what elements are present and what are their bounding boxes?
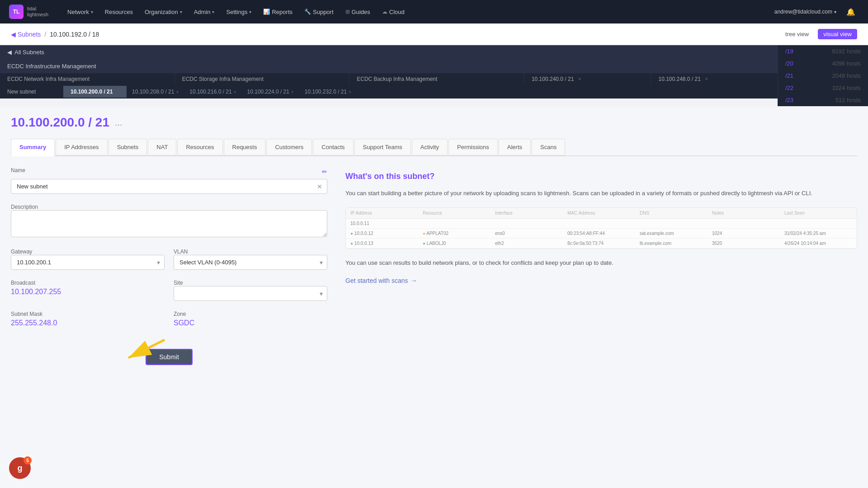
name-label: Name <box>11 167 25 174</box>
submit-button[interactable]: Submit <box>146 349 193 365</box>
tab-nat[interactable]: NAT <box>148 139 176 155</box>
tab-scans[interactable]: Scans <box>532 139 565 155</box>
tree-item-highlighted[interactable]: 10.100.200.0 / 21 <box>63 86 127 98</box>
tab-resources[interactable]: Resources <box>177 139 222 155</box>
broadcast-value: 10.100.207.255 <box>11 286 165 298</box>
tab-alerts[interactable]: Alerts <box>499 139 531 155</box>
user-avatar[interactable]: g 5 <box>9 457 31 479</box>
sidebar-item[interactable]: /198192 hosts <box>778 45 868 57</box>
tree-cell-backup[interactable]: ECDC Backup Infra Management <box>349 73 524 85</box>
gateway-field-group: Gateway 10.100.200.1 ▾ <box>11 248 165 270</box>
logo-text: tidal lightmesh <box>27 6 48 18</box>
name-field-header: Name ✏ <box>11 167 327 176</box>
user-menu[interactable]: andrew@tidalcloud.com ▾ <box>770 6 841 18</box>
notifications-bell[interactable]: 🔔 <box>843 5 859 19</box>
tree-item-new-subnet[interactable]: New subnet <box>0 86 63 98</box>
nav-resources[interactable]: Resources <box>99 6 138 18</box>
subnet-mask-field-group: Subnet Mask 255.255.248.0 <box>11 310 165 329</box>
logo[interactable]: TL tidal lightmesh <box>9 5 48 19</box>
tree-item-224[interactable]: 10.100.224.0 / 21 + <box>242 86 299 98</box>
zone-field-group: Zone SGDC <box>174 310 327 329</box>
tab-permissions[interactable]: Permissions <box>448 139 498 155</box>
tree-item-208[interactable]: 10.100.208.0 / 21 + <box>127 86 184 98</box>
tree-item-232[interactable]: 10.100.232.0 / 21 + <box>299 86 357 98</box>
top-navigation: TL tidal lightmesh Network ▾ Resources O… <box>0 0 868 23</box>
plus-icon: + <box>176 89 179 94</box>
plus-icon: + <box>705 76 708 82</box>
nav-reports[interactable]: 📊 Reports <box>258 6 298 18</box>
tree-item-216[interactable]: 10.100.216.0 / 21 + <box>184 86 241 98</box>
sidebar-item[interactable]: /212048 hosts <box>778 70 868 82</box>
tab-ip-addresses[interactable]: IP Addresses <box>56 139 107 155</box>
subnet-mask-label: Subnet Mask <box>11 311 42 317</box>
tree-cell-240[interactable]: 10.100.240.0 / 21 + <box>524 73 651 85</box>
nav-support[interactable]: 🔧 Support <box>299 6 339 18</box>
breadcrumb-current: 10.100.192.0 / 18 <box>50 31 99 38</box>
whats-on-description: You can start building a better picture … <box>345 188 857 198</box>
sidebar-item[interactable]: /204096 hosts <box>778 57 868 70</box>
tab-activity[interactable]: Activity <box>412 139 448 155</box>
site-label: Site <box>174 280 183 286</box>
plus-icon: + <box>349 89 351 94</box>
get-started-link[interactable]: Get started with scans → <box>345 277 417 284</box>
tab-customers[interactable]: Customers <box>266 139 312 155</box>
tree-cell-network[interactable]: ECDC Network Infra Management <box>0 73 175 85</box>
chevron-down-icon: ▾ <box>180 9 182 14</box>
chevron-down-icon: ▾ <box>91 9 93 14</box>
tree-level-1[interactable]: ECDC Infrastructure Management <box>0 59 778 73</box>
clear-name-icon[interactable]: ✕ <box>312 183 327 190</box>
all-subnets-row[interactable]: ◀ All Subnets <box>0 45 778 59</box>
nav-network[interactable]: Network ▾ <box>62 6 99 18</box>
more-options-button[interactable]: ... <box>115 117 123 128</box>
gateway-select-wrapper: 10.100.200.1 ▾ <box>11 255 165 270</box>
nav-admin[interactable]: Admin ▾ <box>189 6 220 18</box>
nav-settings[interactable]: Settings ▾ <box>221 6 257 18</box>
scan-row-3: ● 10.0.0.13 ● LABOLJ0 eth2 8c:0e:0a:50:7… <box>346 239 857 249</box>
edit-icon[interactable]: ✏ <box>322 168 327 175</box>
tree-cell-248[interactable]: 10.100.248.0 / 21 + <box>651 73 778 85</box>
breadcrumb-separator: / <box>44 31 46 38</box>
scan-row-1: 10.0.0.11 <box>346 219 857 229</box>
name-input-wrapper: ✕ <box>11 179 327 194</box>
whats-on-title: What's on this subnet? <box>345 172 857 181</box>
chevron-down-icon: ▾ <box>249 9 251 14</box>
subnet-tree-wrapper: ◀ All Subnets ECDC Infrastructure Manage… <box>0 45 868 106</box>
tab-subnets[interactable]: Subnets <box>108 139 147 155</box>
broadcast-label: Broadcast <box>11 280 35 286</box>
broadcast-site-row: Broadcast 10.100.207.255 Site ▾ <box>11 279 327 310</box>
form-right: What's on this subnet? You can start bui… <box>345 167 857 365</box>
gateway-select[interactable]: 10.100.200.1 <box>11 255 165 270</box>
tab-contacts[interactable]: Contacts <box>313 139 353 155</box>
tree-sub-items: 10.100.208.0 / 21 + 10.100.216.0 / 21 + … <box>127 86 778 98</box>
visual-view-toggle[interactable]: visual view <box>818 29 857 39</box>
tab-summary[interactable]: Summary <box>11 139 55 156</box>
site-select[interactable] <box>174 286 327 301</box>
breadcrumb-back[interactable]: ◀ Subnets <box>11 31 41 38</box>
tree-cell-storage[interactable]: ECDC Storage Infra Management <box>175 73 350 85</box>
nav-cloud[interactable]: ☁ Cloud <box>377 6 410 18</box>
logo-icon: TL <box>9 5 24 19</box>
chevron-down-icon: ▾ <box>834 9 836 14</box>
nav-guides[interactable]: ⊞ Guides <box>340 6 376 18</box>
tree-view-toggle[interactable]: tree view <box>780 29 814 39</box>
plus-icon: + <box>578 76 581 82</box>
vlan-select[interactable]: Select VLAN (0-4095) <box>174 255 327 270</box>
sidebar-item[interactable]: /23512 hosts <box>778 94 868 106</box>
subnet-sidebar: /198192 hosts/204096 hosts/212048 hosts/… <box>778 45 868 106</box>
scan-preview: IP Address Resource Interface MAC Addres… <box>345 207 857 249</box>
sidebar-item[interactable]: /221024 hosts <box>778 82 868 94</box>
tab-support-teams[interactable]: Support Teams <box>354 139 411 155</box>
scan-preview-header: IP Address Resource Interface MAC Addres… <box>346 208 857 219</box>
description-input[interactable] <box>11 210 327 237</box>
arrow-right-icon: → <box>411 277 417 284</box>
name-field-group: Name ✏ ✕ <box>11 167 327 194</box>
chevron-right-icon: ◀ <box>7 49 12 56</box>
nav-items: Network ▾ Resources Organization ▾ Admin… <box>62 6 767 18</box>
nav-organization[interactable]: Organization ▾ <box>139 6 188 18</box>
vlan-select-wrapper: Select VLAN (0-4095) ▾ <box>174 255 327 270</box>
name-input[interactable] <box>11 179 312 193</box>
tab-requests[interactable]: Requests <box>224 139 266 155</box>
breadcrumb: ◀ Subnets / 10.100.192.0 / 18 <box>11 31 99 38</box>
plus-icon: + <box>291 89 294 94</box>
mask-zone-row: Subnet Mask 255.255.248.0 Zone SGDC <box>11 310 327 338</box>
